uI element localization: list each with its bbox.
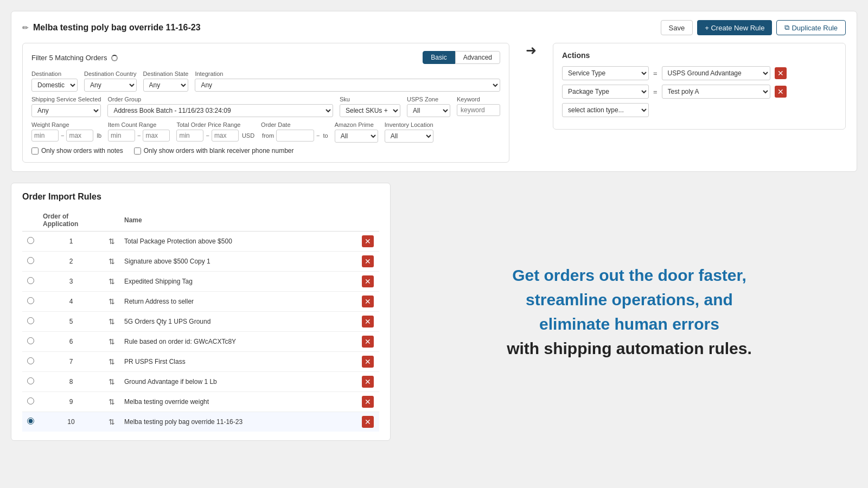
duplicate-rule-button[interactable]: ⧉ Duplicate Rule (776, 20, 846, 35)
save-button[interactable]: Save (661, 20, 693, 35)
amazon-prime-select[interactable]: All (335, 130, 378, 143)
row-sort-cell: ⇅ (104, 292, 120, 312)
row-order-cell: 9 (39, 392, 104, 412)
remove-rule-button[interactable]: ✕ (362, 416, 374, 428)
row-name-cell: PR USPS First Class (120, 352, 358, 372)
integration-group: Integration Any (195, 70, 500, 92)
package-type-select[interactable]: Package Type (562, 85, 649, 99)
row-radio-input[interactable] (27, 377, 34, 384)
keyword-group: Keyword (457, 96, 500, 117)
integration-select[interactable]: Any (195, 79, 500, 92)
item-min-input[interactable] (108, 130, 135, 142)
rules-title: Order Import Rules (22, 192, 379, 202)
sort-icon[interactable]: ⇅ (108, 337, 115, 346)
sort-icon[interactable]: ⇅ (108, 357, 115, 366)
service-type-value-select[interactable]: USPS Ground Advantage (662, 66, 770, 80)
shipping-label: Shipping Service Selected (31, 96, 101, 102)
add-action-select[interactable]: select action type... (562, 103, 649, 117)
weight-range-group: Weight Range − lb (31, 121, 101, 143)
row-sort-cell: ⇅ (104, 352, 120, 372)
row-radio-input[interactable] (27, 297, 34, 304)
bottom-section: Order Import Rules Order of Application … (11, 183, 857, 441)
row-radio-input[interactable] (27, 397, 34, 404)
price-max-input[interactable] (212, 130, 239, 142)
row-name-cell: Total Package Protection above $500 (120, 232, 358, 252)
col-header-radio (22, 209, 39, 232)
price-range-input: − USD (176, 130, 254, 142)
remove-rule-button[interactable]: ✕ (362, 356, 374, 368)
remove-rule-button[interactable]: ✕ (362, 235, 374, 247)
item-count-group: Item Count Range − (108, 121, 170, 143)
sort-icon[interactable]: ⇅ (108, 257, 115, 266)
remove-rule-button[interactable]: ✕ (362, 255, 374, 267)
remove-rule-button[interactable]: ✕ (362, 396, 374, 408)
tab-advanced[interactable]: Advanced (455, 51, 500, 64)
top-card-body: Filter 5 Matching Orders Basic Advanced … (22, 43, 846, 163)
promo-line-3: eliminate human errors (539, 315, 719, 333)
inventory-select[interactable]: All (385, 130, 433, 143)
sort-icon[interactable]: ⇅ (108, 277, 115, 286)
checkbox-row: Only show orders with notes Only show or… (31, 147, 500, 155)
row-radio-input[interactable] (27, 277, 34, 284)
remove-rule-button[interactable]: ✕ (362, 336, 374, 348)
filter-panel: Filter 5 Matching Orders Basic Advanced … (22, 43, 509, 163)
row-radio-input[interactable] (27, 237, 34, 244)
sku-select[interactable]: Select SKUs + (340, 104, 400, 117)
arrow-col: ➜ (520, 43, 542, 58)
sort-icon[interactable]: ⇅ (108, 397, 115, 406)
sort-icon[interactable]: ⇅ (108, 317, 115, 326)
row-radio-cell (22, 412, 39, 432)
service-type-select[interactable]: Service Type (562, 66, 649, 80)
table-row: 4 ⇅ Return Address to seller ✕ (22, 292, 379, 312)
row-sort-cell: ⇅ (104, 412, 120, 432)
row-radio-input[interactable] (27, 337, 34, 344)
row-radio-cell (22, 272, 39, 292)
weight-max-input[interactable] (66, 130, 93, 142)
order-group-select[interactable]: Address Book Batch - 11/16/23 03:24:09 (107, 104, 333, 117)
usps-zone-select[interactable]: All (407, 104, 450, 117)
row-order-cell: 1 (39, 232, 104, 252)
sort-icon[interactable]: ⇅ (108, 377, 115, 386)
row-radio-cell (22, 392, 39, 412)
remove-service-type-button[interactable]: ✕ (775, 67, 787, 79)
remove-rule-button[interactable]: ✕ (362, 296, 374, 307)
weight-min-input[interactable] (31, 130, 59, 142)
remove-rule-button[interactable]: ✕ (362, 376, 374, 388)
item-max-input[interactable] (143, 130, 170, 142)
blank-phone-checkbox[interactable] (134, 147, 141, 155)
filter-header: Filter 5 Matching Orders Basic Advanced (31, 51, 500, 64)
notes-checkbox[interactable] (31, 147, 39, 155)
package-type-value-select[interactable]: Test poly A (662, 85, 770, 99)
row-radio-input[interactable] (27, 257, 34, 264)
dest-state-label: Destination State (143, 70, 189, 77)
row-action-cell: ✕ (358, 372, 379, 392)
remove-package-type-button[interactable]: ✕ (775, 86, 787, 98)
filter-tabs: Basic Advanced (423, 51, 500, 64)
keyword-label: Keyword (457, 96, 500, 102)
equals-sign-1: = (653, 69, 658, 78)
destination-select[interactable]: Domestic (31, 79, 78, 92)
destination-group: Destination Domestic (31, 70, 78, 92)
dest-country-select[interactable]: Any (84, 79, 137, 92)
row-name-cell: Melba testing poly bag override 11-16-23 (120, 412, 358, 432)
keyword-input[interactable] (457, 104, 500, 116)
dest-state-select[interactable]: Any (143, 79, 189, 92)
row-radio-input[interactable] (27, 317, 34, 324)
create-new-rule-button[interactable]: + Create New Rule (697, 20, 772, 35)
shipping-select[interactable]: Any (31, 104, 101, 117)
arrow-icon: ➜ (526, 43, 537, 58)
price-min-input[interactable] (176, 130, 203, 142)
sort-icon[interactable]: ⇅ (108, 237, 115, 246)
sort-icon[interactable]: ⇅ (108, 297, 115, 306)
row-radio-input[interactable] (27, 357, 34, 364)
row-radio-cell (22, 332, 39, 352)
sort-icon[interactable]: ⇅ (108, 418, 115, 426)
amazon-prime-label: Amazon Prime (335, 121, 378, 128)
sku-label: Sku (340, 96, 400, 102)
dest-country-group: Destination Country Any (84, 70, 137, 92)
remove-rule-button[interactable]: ✕ (362, 275, 374, 287)
order-date-from-input[interactable] (276, 130, 314, 142)
remove-rule-button[interactable]: ✕ (362, 316, 374, 328)
row-radio-input[interactable] (27, 418, 34, 425)
tab-basic[interactable]: Basic (423, 51, 455, 64)
